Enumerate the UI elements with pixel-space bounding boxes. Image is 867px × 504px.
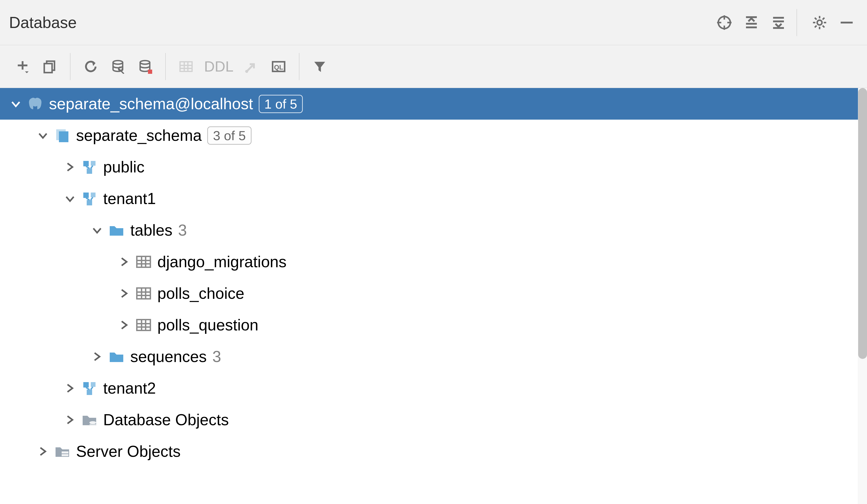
expand-toggle[interactable] xyxy=(117,255,131,269)
chevron-right-icon xyxy=(65,383,75,393)
tree-server-objects-node[interactable]: Server Objects xyxy=(0,436,867,467)
panel-titlebar: Database xyxy=(0,0,867,45)
expand-toggle[interactable] xyxy=(63,382,77,395)
node-count: 3 xyxy=(213,347,221,366)
expand-toggle[interactable] xyxy=(63,413,77,427)
chevron-right-icon xyxy=(38,447,48,457)
folder-icon xyxy=(108,348,125,365)
chevron-right-icon xyxy=(119,320,129,330)
refresh-icon xyxy=(84,60,98,74)
expand-toggle[interactable] xyxy=(36,129,50,142)
schema-icon xyxy=(81,159,98,175)
tree-schema-node-tenant2[interactable]: tenant2 xyxy=(0,373,867,404)
chevron-down-icon xyxy=(92,225,102,235)
chevron-down-icon xyxy=(11,99,21,109)
node-label: sequences xyxy=(130,347,207,366)
hide-panel-button[interactable] xyxy=(835,11,858,34)
expand-toggle[interactable] xyxy=(63,192,77,205)
table-icon xyxy=(136,254,152,270)
database-tool-window: Database xyxy=(0,0,867,504)
folder-server-icon xyxy=(54,443,71,460)
tree-table-node[interactable]: polls_question xyxy=(0,309,867,341)
tree-table-node[interactable]: polls_choice xyxy=(0,278,867,309)
database-toolbar: DDL xyxy=(0,45,867,88)
expand-toggle[interactable] xyxy=(9,97,23,110)
expand-toggle[interactable] xyxy=(90,350,104,363)
node-label: tenant2 xyxy=(103,379,156,397)
new-button[interactable] xyxy=(9,53,36,80)
node-label: django_migrations xyxy=(157,253,287,271)
schema-icon xyxy=(81,380,98,396)
titlebar-separator xyxy=(796,9,797,36)
navigate-button[interactable] xyxy=(238,53,265,80)
table-icon xyxy=(179,60,193,74)
database-stop-icon xyxy=(138,60,152,74)
minimize-icon xyxy=(839,15,854,30)
expand-all-icon xyxy=(744,15,759,30)
expand-toggle[interactable] xyxy=(117,318,131,332)
expand-all-button[interactable] xyxy=(740,11,763,34)
database-icon xyxy=(54,127,71,143)
tree-schema-node-public[interactable]: public xyxy=(0,151,867,183)
tree-database-objects-node[interactable]: Database Objects xyxy=(0,404,867,436)
jump-icon xyxy=(244,60,259,74)
copy-icon xyxy=(42,60,57,74)
schema-count-badge: 1 of 5 xyxy=(259,95,303,113)
query-console-button[interactable] xyxy=(265,53,292,80)
filter-icon xyxy=(312,60,327,74)
node-label: separate_schema xyxy=(76,126,202,144)
tree-table-node[interactable]: django_migrations xyxy=(0,246,867,278)
ddl-button[interactable]: DDL xyxy=(200,53,238,80)
collapse-all-icon xyxy=(771,15,786,30)
duplicate-button[interactable] xyxy=(36,53,63,80)
chevron-down-icon xyxy=(38,130,48,140)
tree-schema-node-tenant1[interactable]: tenant1 xyxy=(0,183,867,214)
table-editor-button[interactable] xyxy=(172,53,200,80)
node-label: polls_question xyxy=(157,316,258,334)
database-tree[interactable]: separate_schema@localhost 1 of 5 separat… xyxy=(0,88,867,504)
table-icon xyxy=(136,285,152,302)
node-label: Database Objects xyxy=(103,411,229,429)
chevron-right-icon xyxy=(119,288,129,298)
query-console-icon xyxy=(271,60,286,74)
folder-icon xyxy=(108,222,125,238)
chevron-down-icon xyxy=(65,194,75,204)
chevron-right-icon xyxy=(65,415,75,425)
toolbar-separator xyxy=(299,53,299,80)
chevron-right-icon xyxy=(119,257,129,267)
tree-tables-folder[interactable]: tables 3 xyxy=(0,214,867,246)
tree-database-node[interactable]: separate_schema 3 of 5 xyxy=(0,120,867,151)
node-label: separate_schema@localhost xyxy=(49,95,253,113)
chevron-right-icon xyxy=(92,352,102,362)
node-label: polls_choice xyxy=(157,285,244,302)
gear-icon xyxy=(812,15,827,30)
filter-button[interactable] xyxy=(306,53,333,80)
vertical-scrollbar[interactable] xyxy=(858,88,867,504)
chevron-right-icon xyxy=(65,162,75,172)
target-icon xyxy=(717,15,731,30)
tree-sequences-folder[interactable]: sequences 3 xyxy=(0,341,867,373)
expand-toggle[interactable] xyxy=(117,287,131,300)
disconnect-button[interactable] xyxy=(131,53,159,80)
scrollbar-thumb[interactable] xyxy=(858,88,867,359)
scroll-from-source-button[interactable] xyxy=(713,11,736,34)
table-icon xyxy=(136,317,152,333)
panel-title: Database xyxy=(9,13,77,32)
datasource-properties-button[interactable] xyxy=(104,53,131,80)
node-count: 3 xyxy=(178,221,187,239)
node-label: tenant1 xyxy=(103,190,156,208)
expand-toggle[interactable] xyxy=(90,224,104,237)
tree-datasource-node[interactable]: separate_schema@localhost 1 of 5 xyxy=(0,88,867,120)
node-label: tables xyxy=(130,221,172,239)
database-wrench-icon xyxy=(111,60,125,74)
refresh-button[interactable] xyxy=(77,53,104,80)
toolbar-separator xyxy=(165,53,166,80)
schema-count-badge: 3 of 5 xyxy=(207,126,251,145)
settings-button[interactable] xyxy=(808,11,831,34)
node-label: Server Objects xyxy=(76,442,181,460)
expand-toggle[interactable] xyxy=(63,160,77,174)
expand-toggle[interactable] xyxy=(36,444,50,458)
toolbar-separator xyxy=(70,53,71,80)
collapse-all-button[interactable] xyxy=(767,11,790,34)
node-label: public xyxy=(103,158,144,176)
